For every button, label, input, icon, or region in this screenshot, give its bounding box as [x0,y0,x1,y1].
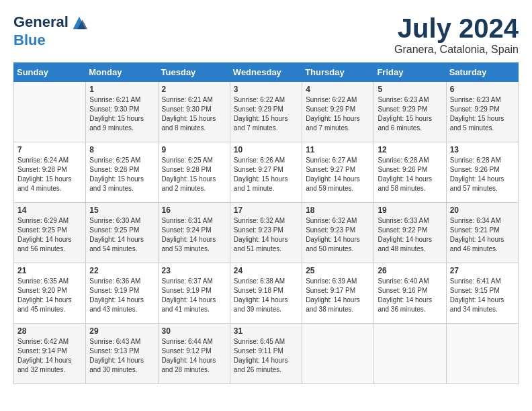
cell-content: Sunrise: 6:32 AMSunset: 9:23 PMDaylight:… [306,216,370,254]
calendar-cell: 8Sunrise: 6:25 AMSunset: 9:28 PMDaylight… [86,142,158,203]
logo-blue: Blue [13,32,46,48]
cell-content: Sunrise: 6:33 AMSunset: 9:22 PMDaylight:… [378,216,442,254]
day-number: 26 [378,266,442,275]
calendar-cell: 11Sunrise: 6:27 AMSunset: 9:27 PMDayligh… [302,142,374,203]
cell-content: Sunrise: 6:27 AMSunset: 9:27 PMDaylight:… [306,156,370,193]
day-number: 21 [17,266,82,275]
calendar-cell: 28Sunrise: 6:42 AMSunset: 9:14 PMDayligh… [14,324,86,384]
calendar-cell: 14Sunrise: 6:29 AMSunset: 9:25 PMDayligh… [14,203,86,263]
day-number: 3 [234,85,298,94]
day-number: 29 [89,326,154,336]
calendar-week-1: 1Sunrise: 6:21 AMSunset: 9:30 PMDaylight… [14,82,519,142]
day-number: 25 [306,266,370,275]
page-header: GeneralBlue July 2024 Granera, Catalonia… [13,13,519,56]
cell-content: Sunrise: 6:21 AMSunset: 9:30 PMDaylight:… [162,95,226,133]
calendar-cell: 2Sunrise: 6:21 AMSunset: 9:30 PMDaylight… [158,82,230,142]
cell-content: Sunrise: 6:23 AMSunset: 9:29 PMDaylight:… [450,95,515,133]
day-number: 6 [450,85,515,94]
header-tuesday: Tuesday [158,63,230,82]
calendar-week-5: 28Sunrise: 6:42 AMSunset: 9:14 PMDayligh… [14,324,519,384]
day-number: 24 [234,266,298,275]
calendar-cell: 13Sunrise: 6:28 AMSunset: 9:26 PMDayligh… [446,142,518,203]
day-number: 22 [89,266,154,275]
calendar-cell: 30Sunrise: 6:44 AMSunset: 9:12 PMDayligh… [158,324,230,384]
day-number: 30 [162,326,226,336]
header-monday: Monday [86,63,158,82]
day-number: 7 [17,145,82,154]
calendar-cell: 6Sunrise: 6:23 AMSunset: 9:29 PMDaylight… [446,82,518,142]
calendar-cell: 9Sunrise: 6:25 AMSunset: 9:28 PMDaylight… [158,142,230,203]
day-number: 27 [450,266,515,275]
cell-content: Sunrise: 6:29 AMSunset: 9:25 PMDaylight:… [17,216,82,254]
cell-content: Sunrise: 6:22 AMSunset: 9:29 PMDaylight:… [234,95,298,133]
cell-content: Sunrise: 6:41 AMSunset: 9:15 PMDaylight:… [450,277,515,314]
cell-content: Sunrise: 6:44 AMSunset: 9:12 PMDaylight:… [162,337,226,375]
month-title: July 2024 [394,13,519,44]
cell-content: Sunrise: 6:34 AMSunset: 9:21 PMDaylight:… [450,216,515,254]
calendar-cell: 23Sunrise: 6:37 AMSunset: 9:19 PMDayligh… [158,263,230,324]
cell-content: Sunrise: 6:24 AMSunset: 9:28 PMDaylight:… [17,156,82,193]
calendar-cell: 22Sunrise: 6:36 AMSunset: 9:19 PMDayligh… [86,263,158,324]
cell-content: Sunrise: 6:30 AMSunset: 9:25 PMDaylight:… [89,216,154,254]
calendar-cell: 26Sunrise: 6:40 AMSunset: 9:16 PMDayligh… [374,263,446,324]
cell-content: Sunrise: 6:39 AMSunset: 9:17 PMDaylight:… [306,277,370,314]
calendar-cell: 21Sunrise: 6:35 AMSunset: 9:20 PMDayligh… [14,263,86,324]
calendar-cell: 7Sunrise: 6:24 AMSunset: 9:28 PMDaylight… [14,142,86,203]
day-number: 12 [378,145,442,154]
cell-content: Sunrise: 6:23 AMSunset: 9:29 PMDaylight:… [378,95,442,133]
location-subtitle: Granera, Catalonia, Spain [394,44,519,56]
calendar-cell: 17Sunrise: 6:32 AMSunset: 9:23 PMDayligh… [230,203,302,263]
calendar-week-3: 14Sunrise: 6:29 AMSunset: 9:25 PMDayligh… [14,203,519,263]
day-number: 17 [234,205,298,215]
calendar-cell: 25Sunrise: 6:39 AMSunset: 9:17 PMDayligh… [302,263,374,324]
cell-content: Sunrise: 6:26 AMSunset: 9:27 PMDaylight:… [234,156,298,193]
day-number: 4 [306,85,370,94]
day-number: 16 [162,205,226,215]
calendar-cell: 29Sunrise: 6:43 AMSunset: 9:13 PMDayligh… [86,324,158,384]
cell-content: Sunrise: 6:25 AMSunset: 9:28 PMDaylight:… [162,156,226,193]
calendar-cell: 31Sunrise: 6:45 AMSunset: 9:11 PMDayligh… [230,324,302,384]
cell-content: Sunrise: 6:42 AMSunset: 9:14 PMDaylight:… [17,337,82,375]
calendar-cell: 1Sunrise: 6:21 AMSunset: 9:30 PMDaylight… [86,82,158,142]
calendar-cell: 5Sunrise: 6:23 AMSunset: 9:29 PMDaylight… [374,82,446,142]
cell-content: Sunrise: 6:40 AMSunset: 9:16 PMDaylight:… [378,277,442,314]
calendar-cell [374,324,446,384]
header-friday: Friday [374,63,446,82]
header-wednesday: Wednesday [230,63,302,82]
calendar-cell: 16Sunrise: 6:31 AMSunset: 9:24 PMDayligh… [158,203,230,263]
logo: GeneralBlue [13,13,89,48]
cell-content: Sunrise: 6:28 AMSunset: 9:26 PMDaylight:… [378,156,442,193]
cell-content: Sunrise: 6:28 AMSunset: 9:26 PMDaylight:… [450,156,515,193]
calendar-cell: 19Sunrise: 6:33 AMSunset: 9:22 PMDayligh… [374,203,446,263]
day-number: 28 [17,326,82,336]
cell-content: Sunrise: 6:38 AMSunset: 9:18 PMDaylight:… [234,277,298,314]
cell-content: Sunrise: 6:45 AMSunset: 9:11 PMDaylight:… [234,337,298,375]
cell-content: Sunrise: 6:21 AMSunset: 9:30 PMDaylight:… [89,95,154,133]
calendar-cell [446,324,518,384]
cell-content: Sunrise: 6:35 AMSunset: 9:20 PMDaylight:… [17,277,82,314]
day-number: 19 [378,205,442,215]
title-block: July 2024 Granera, Catalonia, Spain [394,13,519,56]
day-number: 18 [306,205,370,215]
day-number: 2 [162,85,226,94]
calendar-cell: 3Sunrise: 6:22 AMSunset: 9:29 PMDaylight… [230,82,302,142]
cell-content: Sunrise: 6:36 AMSunset: 9:19 PMDaylight:… [89,277,154,314]
day-number: 1 [89,85,154,94]
header-sunday: Sunday [14,63,86,82]
calendar-cell: 4Sunrise: 6:22 AMSunset: 9:29 PMDaylight… [302,82,374,142]
calendar-week-2: 7Sunrise: 6:24 AMSunset: 9:28 PMDaylight… [14,142,519,203]
cell-content: Sunrise: 6:31 AMSunset: 9:24 PMDaylight:… [162,216,226,254]
cell-content: Sunrise: 6:25 AMSunset: 9:28 PMDaylight:… [89,156,154,193]
calendar-cell [302,324,374,384]
calendar-cell: 12Sunrise: 6:28 AMSunset: 9:26 PMDayligh… [374,142,446,203]
day-number: 31 [234,326,298,336]
day-number: 9 [162,145,226,154]
header-saturday: Saturday [446,63,518,82]
day-number: 5 [378,85,442,94]
day-number: 8 [89,145,154,154]
logo-text: GeneralBlue [13,13,89,48]
calendar-cell: 20Sunrise: 6:34 AMSunset: 9:21 PMDayligh… [446,203,518,263]
calendar-cell: 15Sunrise: 6:30 AMSunset: 9:25 PMDayligh… [86,203,158,263]
calendar-cell: 18Sunrise: 6:32 AMSunset: 9:23 PMDayligh… [302,203,374,263]
calendar-cell: 24Sunrise: 6:38 AMSunset: 9:18 PMDayligh… [230,263,302,324]
